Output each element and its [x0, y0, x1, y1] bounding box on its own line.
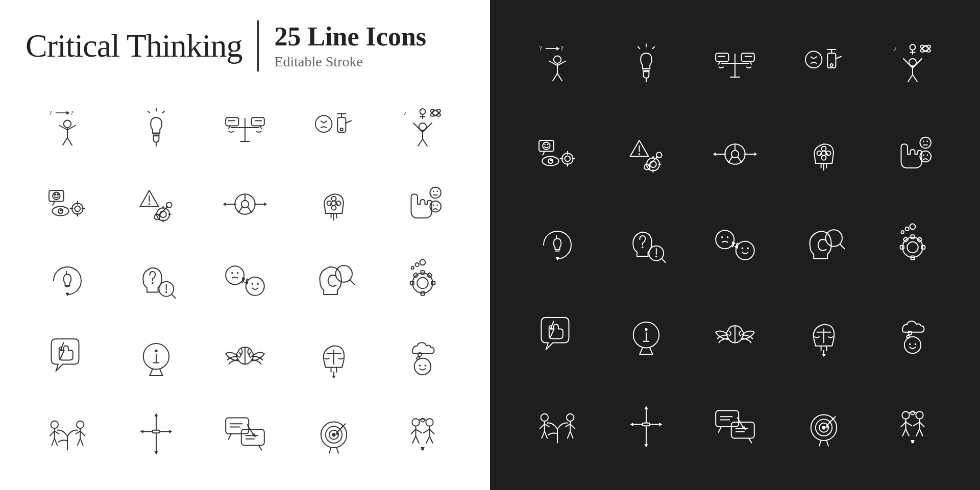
svg-text:?: ? [49, 109, 52, 116]
icon-inquiry-analysis [114, 245, 198, 316]
dark-icon-goal-focused [782, 384, 866, 470]
icon-problem-solving [114, 168, 198, 240]
svg-line-394 [906, 429, 909, 436]
svg-line-383 [819, 440, 821, 446]
svg-text:?: ? [560, 45, 564, 52]
svg-marker-202 [556, 47, 559, 51]
svg-line-158 [78, 438, 80, 446]
svg-point-4 [64, 120, 71, 128]
icon-free-thinking [203, 322, 287, 393]
dark-icon-creative-juggling: ♪ [871, 20, 954, 106]
svg-line-192 [424, 429, 430, 433]
svg-point-119 [417, 278, 428, 289]
right-panel: ? ? [490, 0, 980, 490]
svg-line-46 [423, 139, 427, 146]
svg-marker-341 [822, 354, 825, 357]
svg-point-25 [315, 116, 332, 132]
svg-point-148 [51, 421, 58, 428]
subtitle-number: 25 [274, 22, 301, 51]
svg-point-298 [926, 154, 928, 156]
svg-point-327 [905, 227, 909, 231]
svg-point-266 [656, 152, 662, 158]
dark-icon-perspective-change [693, 202, 777, 288]
svg-point-268 [650, 161, 656, 168]
svg-point-385 [902, 411, 909, 419]
svg-point-282 [822, 151, 826, 156]
svg-line-157 [80, 431, 85, 436]
svg-point-58 [52, 207, 68, 216]
svg-point-97 [433, 204, 434, 206]
svg-line-159 [80, 438, 83, 446]
icon-communication [203, 398, 287, 470]
svg-line-195 [426, 436, 429, 444]
dark-icon-mindfulness-growth [782, 111, 866, 197]
svg-rect-169 [241, 429, 264, 446]
svg-point-60 [60, 209, 62, 211]
svg-line-393 [902, 429, 905, 436]
svg-point-199 [421, 448, 424, 450]
svg-point-283 [822, 146, 826, 151]
svg-point-142 [414, 358, 431, 375]
svg-line-190 [416, 429, 422, 433]
svg-point-307 [655, 256, 657, 258]
svg-point-154 [77, 421, 84, 428]
svg-point-311 [736, 241, 754, 260]
svg-point-49 [53, 192, 60, 200]
svg-point-86 [332, 206, 336, 210]
svg-point-303 [642, 247, 644, 249]
svg-point-143 [416, 357, 419, 359]
svg-line-189 [411, 429, 416, 434]
svg-line-350 [540, 424, 545, 429]
svg-marker-274 [713, 152, 716, 156]
svg-marker-365 [659, 423, 662, 426]
subtitle-block: 25 Line Icons Editable Stroke [274, 22, 426, 69]
header: Critical Thinking 25 Line Icons Editable… [26, 20, 464, 71]
icon-informed-thinking [114, 322, 198, 393]
svg-point-326 [901, 231, 904, 233]
dark-icons-grid: ? ? [516, 20, 954, 470]
svg-line-105 [172, 294, 176, 298]
svg-point-251 [547, 144, 549, 145]
svg-line-352 [542, 431, 544, 438]
svg-marker-2 [66, 111, 69, 115]
svg-point-309 [721, 236, 723, 238]
dark-icon-emotional-choice [871, 111, 954, 197]
svg-line-153 [55, 438, 57, 446]
svg-marker-164 [140, 430, 143, 433]
svg-point-83 [332, 197, 336, 201]
svg-rect-21 [252, 117, 264, 126]
svg-point-297 [923, 154, 924, 156]
main-title: Critical Thinking [26, 28, 242, 64]
svg-point-238 [910, 44, 916, 50]
icon-observation [26, 168, 109, 240]
svg-point-263 [639, 153, 641, 155]
svg-line-208 [553, 74, 557, 81]
svg-point-51 [57, 194, 59, 195]
svg-line-212 [638, 47, 640, 49]
svg-point-348 [541, 414, 548, 421]
dark-icon-balanced-judgment [782, 293, 866, 379]
svg-point-319 [907, 242, 918, 253]
svg-rect-166 [153, 430, 160, 433]
svg-line-358 [568, 431, 570, 438]
svg-line-209 [557, 74, 562, 81]
svg-point-308 [716, 230, 734, 249]
icon-assertiveness [26, 322, 109, 393]
svg-line-196 [430, 436, 433, 444]
svg-point-258 [542, 157, 558, 166]
svg-line-244 [913, 59, 922, 68]
svg-line-392 [914, 422, 920, 426]
svg-point-63 [149, 203, 151, 205]
svg-rect-167 [226, 418, 249, 434]
svg-marker-76 [264, 202, 267, 206]
svg-point-92 [430, 187, 441, 199]
svg-line-357 [570, 424, 575, 429]
svg-point-82 [332, 201, 336, 206]
subtitle-line-word: Line Icons [307, 22, 426, 51]
svg-marker-162 [154, 413, 158, 416]
svg-line-396 [920, 429, 923, 436]
svg-line-248 [543, 152, 545, 155]
svg-point-343 [906, 335, 909, 338]
svg-line-194 [416, 436, 419, 444]
dark-icon-analytical-thinking [782, 202, 866, 288]
